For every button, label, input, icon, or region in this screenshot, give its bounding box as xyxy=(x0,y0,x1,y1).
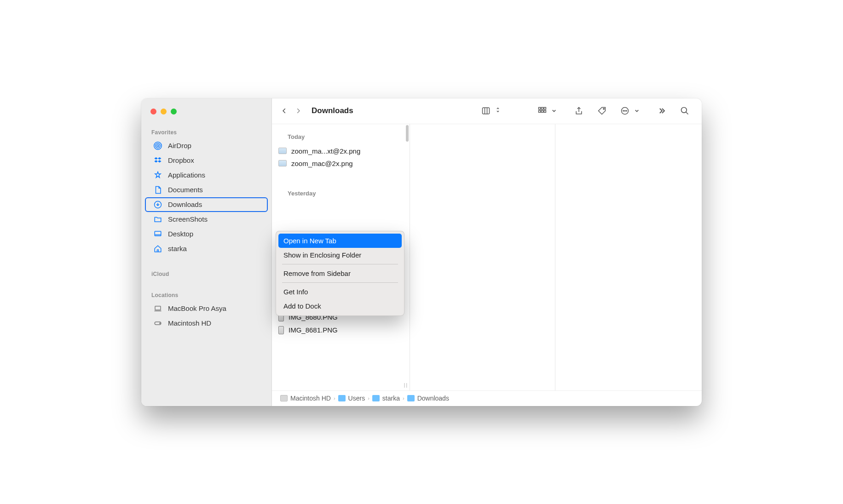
minimize-window-button[interactable] xyxy=(161,109,167,115)
sidebar-item-documents[interactable]: Documents xyxy=(145,183,268,197)
path-segment[interactable]: Downloads xyxy=(407,395,449,402)
disk-icon xyxy=(153,319,162,328)
group-by-button[interactable] xyxy=(528,104,556,118)
path-segment[interactable]: Users xyxy=(338,395,365,402)
sidebar-section-icloud: iCloud xyxy=(141,271,271,277)
svg-point-19 xyxy=(626,110,627,111)
sidebar-item-label: MacBook Pro Asya xyxy=(168,304,226,312)
forward-button[interactable] xyxy=(291,104,305,118)
svg-point-18 xyxy=(624,110,625,111)
folder-icon xyxy=(153,215,162,224)
tags-button[interactable] xyxy=(593,104,611,118)
svg-rect-4 xyxy=(155,231,161,236)
path-label: starka xyxy=(382,395,400,402)
path-segment[interactable]: Macintosh HD xyxy=(280,395,331,402)
sidebar-item-label: starka xyxy=(168,245,187,252)
sidebar-item-dropbox[interactable]: Dropbox xyxy=(145,153,268,168)
sidebar-item-label: Desktop xyxy=(168,230,193,238)
overflow-button[interactable] xyxy=(653,104,670,118)
path-segment[interactable]: starka xyxy=(372,395,400,402)
sidebar-item-label: Downloads xyxy=(168,200,202,208)
svg-point-1 xyxy=(156,143,161,148)
file-name: zoom_ma...xt@2x.png xyxy=(291,147,360,155)
sidebar-item-screenshots[interactable]: ScreenShots xyxy=(145,212,268,227)
path-label: Macintosh HD xyxy=(290,395,331,402)
laptop-icon xyxy=(153,304,162,313)
close-window-button[interactable] xyxy=(150,109,156,115)
column-resize-handle[interactable]: || xyxy=(404,383,408,388)
fullscreen-window-button[interactable] xyxy=(171,109,177,115)
sidebar-item-home[interactable]: starka xyxy=(145,241,268,256)
sidebar-item-desktop[interactable]: Desktop xyxy=(145,227,268,241)
sidebar-heading: Favorites xyxy=(141,129,271,136)
file-name: IMG_8681.PNG xyxy=(289,326,338,334)
sidebar-item-macbook[interactable]: MacBook Pro Asya xyxy=(145,301,268,316)
file-row[interactable]: IMG_8681.PNG xyxy=(272,324,410,337)
group-label: Yesterday xyxy=(272,188,410,201)
airdrop-icon xyxy=(153,141,162,150)
downloads-icon xyxy=(153,200,162,209)
sidebar-item-applications[interactable]: Applications xyxy=(145,168,268,183)
context-menu: Open in New Tab Show in Enclosing Folder… xyxy=(276,231,404,316)
chevron-right-icon: › xyxy=(334,395,335,401)
folder-icon xyxy=(372,395,380,401)
sidebar-item-downloads[interactable]: Downloads xyxy=(145,197,268,212)
desktop-icon xyxy=(153,229,162,239)
phone-image-icon xyxy=(278,326,284,334)
scrollbar[interactable] xyxy=(406,125,409,142)
toolbar: Downloads xyxy=(272,98,702,124)
file-row[interactable]: zoom_mac@2x.png xyxy=(272,157,410,170)
empty-column xyxy=(555,124,702,390)
path-bar: Macintosh HD › Users › starka › Download… xyxy=(272,390,702,406)
svg-rect-14 xyxy=(544,110,546,112)
action-menu-button[interactable] xyxy=(611,104,639,118)
sidebar-item-label: Applications xyxy=(168,171,205,179)
chevron-right-icon: › xyxy=(403,395,404,401)
menu-separator xyxy=(282,264,398,264)
chevron-down-icon xyxy=(635,107,639,115)
share-button[interactable] xyxy=(570,104,588,118)
view-mode-button[interactable] xyxy=(472,104,500,118)
finder-window: Favorites AirDrop Dropbox Applications xyxy=(141,98,702,406)
folder-icon xyxy=(407,395,415,401)
sidebar-heading: Locations xyxy=(141,292,271,298)
sidebar: Favorites AirDrop Dropbox Applications xyxy=(141,98,272,406)
window-title: Downloads xyxy=(312,106,353,115)
menu-separator xyxy=(282,282,398,283)
menu-item-add-to-dock[interactable]: Add to Dock xyxy=(278,299,402,313)
folder-icon xyxy=(338,395,346,401)
disk-icon xyxy=(280,395,288,401)
path-label: Downloads xyxy=(417,395,449,402)
file-name: zoom_mac@2x.png xyxy=(291,160,353,167)
menu-item-get-info[interactable]: Get Info xyxy=(278,285,402,299)
sidebar-item-airdrop[interactable]: AirDrop xyxy=(145,138,268,153)
applications-icon xyxy=(153,171,162,180)
svg-point-17 xyxy=(623,110,624,111)
empty-column xyxy=(410,124,555,390)
svg-rect-8 xyxy=(483,108,490,114)
sidebar-heading: iCloud xyxy=(141,271,271,277)
dropbox-icon xyxy=(153,156,162,165)
chevron-right-icon: › xyxy=(368,395,370,401)
back-button[interactable] xyxy=(277,104,291,118)
sidebar-item-label: AirDrop xyxy=(168,142,191,149)
image-file-icon xyxy=(278,160,287,166)
documents-icon xyxy=(153,185,162,195)
sidebar-item-macintosh-hd[interactable]: Macintosh HD xyxy=(145,316,268,331)
file-row[interactable]: zoom_ma...xt@2x.png xyxy=(272,145,410,157)
svg-point-15 xyxy=(603,109,605,110)
sidebar-section-locations: Locations MacBook Pro Asya Macintosh HD xyxy=(141,292,271,331)
menu-item-remove-sidebar[interactable]: Remove from Sidebar xyxy=(278,266,402,281)
svg-point-0 xyxy=(157,144,159,147)
search-button[interactable] xyxy=(676,104,693,118)
sidebar-section-favorites: Favorites AirDrop Dropbox Applications xyxy=(141,129,271,256)
svg-rect-12 xyxy=(539,110,541,112)
menu-item-show-enclosing[interactable]: Show in Enclosing Folder xyxy=(278,248,402,262)
path-label: Users xyxy=(348,395,365,402)
group-label: Today xyxy=(272,132,410,145)
home-icon xyxy=(153,244,162,253)
menu-item-open-new-tab[interactable]: Open in New Tab xyxy=(278,234,402,248)
svg-rect-10 xyxy=(541,108,543,109)
sidebar-item-label: ScreenShots xyxy=(168,215,208,223)
svg-rect-11 xyxy=(544,108,546,109)
